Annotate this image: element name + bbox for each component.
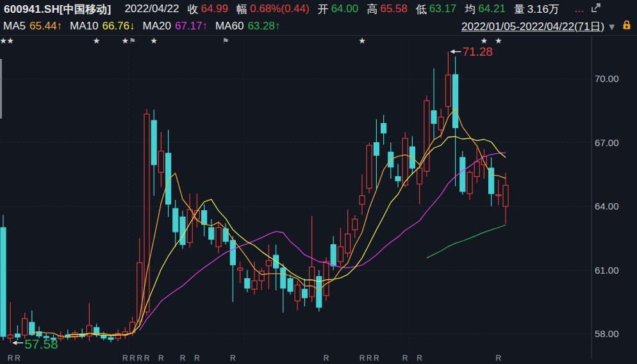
popout-icon[interactable] xyxy=(590,1,602,17)
candle-body-down xyxy=(374,143,379,156)
change-label: 幅 xyxy=(236,2,247,17)
avg-value: 64.21 xyxy=(478,3,506,15)
r-day-marker: R xyxy=(367,354,372,363)
r-day-marker: R xyxy=(122,354,128,363)
candle-body-up xyxy=(324,261,329,295)
ma-indicator-bar: MA5 65.44↑ MA10 66.76↓ MA20 67.17↑ MA60 … xyxy=(0,17,637,36)
low-label: 低 xyxy=(416,2,427,17)
close-label: 收 xyxy=(187,2,198,17)
high-price-annotation: 71.28 xyxy=(462,45,493,58)
candle-body-down xyxy=(245,279,250,288)
candle-body-up xyxy=(417,168,422,184)
candle-body-up xyxy=(496,195,501,196)
candle-body-up xyxy=(503,185,508,206)
r-day-marker: R xyxy=(495,354,501,363)
candle-body-up xyxy=(352,219,358,230)
candle-body-down xyxy=(209,228,214,239)
ma20-value: 67.17↑ xyxy=(175,20,208,33)
r-day-marker: R xyxy=(136,354,142,363)
ma5-value: 65.44↑ xyxy=(29,20,62,33)
high-arrow-head xyxy=(450,49,454,54)
low-price-annotation: 57.58 xyxy=(24,336,58,351)
star-event-marker: ★ xyxy=(6,36,14,46)
candle-body-up xyxy=(474,161,479,176)
ma60-label: MA60 xyxy=(215,20,244,33)
candle-body-down xyxy=(180,217,185,245)
trading-terminal: 600941.SH[中国移动] 2022/04/22 收 64.99 幅 0.6… xyxy=(0,0,637,364)
candle-body-up xyxy=(238,268,243,270)
candle-body-down xyxy=(15,334,20,337)
avg-label: 均 xyxy=(465,2,476,17)
star-event-marker: ★ xyxy=(495,36,502,46)
candle-body-down xyxy=(331,245,336,266)
candle-body-down xyxy=(281,268,286,288)
ma20-line xyxy=(140,153,506,330)
y-axis-tick-label: 64.00 xyxy=(595,201,619,211)
candle-body-down xyxy=(302,289,307,297)
low-value: 63.17 xyxy=(429,3,457,15)
quote-date: 2022/04/22 xyxy=(124,3,179,15)
candle-body-up xyxy=(158,151,163,172)
candle-body-up xyxy=(8,335,13,338)
candle-body-down xyxy=(166,153,171,204)
r-day-marker: R xyxy=(8,354,13,363)
r-day-marker: R xyxy=(417,354,422,363)
low-arrow-head xyxy=(12,340,17,345)
candle-body-down xyxy=(29,322,35,335)
candle-body-down xyxy=(381,124,386,133)
candle-body-up xyxy=(402,138,408,185)
candle-body-down xyxy=(431,111,436,124)
ma60-value: 63.28↑ xyxy=(247,20,280,33)
close-value: 64.99 xyxy=(201,3,228,15)
star-event-marker: ★ xyxy=(150,36,158,46)
candle-body-down xyxy=(151,120,156,165)
high-value: 65.58 xyxy=(380,3,408,15)
flag-event-marker: ⚑ xyxy=(129,37,136,46)
kline-chart-area[interactable]: 70.0067.0064.0061.0058.0071.2857.58★★★★★… xyxy=(0,35,637,364)
candle-body-up xyxy=(266,261,271,266)
candle-body-up xyxy=(360,195,365,204)
candle-body-down xyxy=(395,177,401,181)
kline-chart[interactable]: 70.0067.0064.0061.0058.0071.2857.58★★★★★… xyxy=(0,35,637,364)
r-day-marker: R xyxy=(194,354,200,363)
candle-body-down xyxy=(460,158,465,192)
ma60-line xyxy=(427,225,506,258)
candle-body-up xyxy=(137,263,142,321)
volume-label: 量 xyxy=(514,2,525,17)
candle-body-down xyxy=(274,255,279,268)
volume-value: 3.16万 xyxy=(527,2,559,17)
r-day-marker: R xyxy=(15,354,21,363)
candles-layer xyxy=(1,52,508,343)
candle-body-down xyxy=(288,279,293,292)
candle-body-up xyxy=(467,172,472,194)
left-edge-bar xyxy=(0,59,2,119)
r-day-marker: R xyxy=(129,354,135,363)
candle-body-down xyxy=(202,211,207,225)
ma5-line xyxy=(32,109,506,337)
candle-body-down xyxy=(453,74,458,128)
chevron-down-icon[interactable]: ▼ xyxy=(607,21,616,32)
symbol-title: 600941.SH[中国移动] xyxy=(4,2,111,17)
flag-event-marker: ⚑ xyxy=(222,37,229,46)
candle-body-down xyxy=(1,228,6,336)
ma10-label: MA10 xyxy=(70,20,98,33)
change-value: 0.68%(0.44) xyxy=(250,3,310,15)
star-event-marker: ★ xyxy=(0,36,7,46)
ma5-label: MA5 xyxy=(3,20,26,33)
quote-header-bar: 600941.SH[中国移动] 2022/04/22 收 64.99 幅 0.6… xyxy=(0,0,637,18)
candle-body-up xyxy=(424,101,429,171)
more-menu-dots[interactable]: ... xyxy=(575,4,584,14)
candle-body-up xyxy=(367,145,372,188)
lock-scale-icon[interactable] xyxy=(622,19,632,33)
candle-body-up xyxy=(216,228,221,247)
candle-body-down xyxy=(230,240,235,265)
date-range-selector[interactable]: 2022/01/05-2022/04/22(71日) xyxy=(461,19,604,34)
candle-body-up xyxy=(338,247,343,261)
candle-body-up xyxy=(445,75,451,106)
r-day-marker: R xyxy=(158,354,164,363)
r-day-marker: R xyxy=(144,354,150,363)
star-event-marker: ★ xyxy=(358,36,366,46)
open-value: 64.00 xyxy=(331,3,359,15)
candle-body-down xyxy=(108,338,113,340)
open-label: 开 xyxy=(318,2,329,17)
